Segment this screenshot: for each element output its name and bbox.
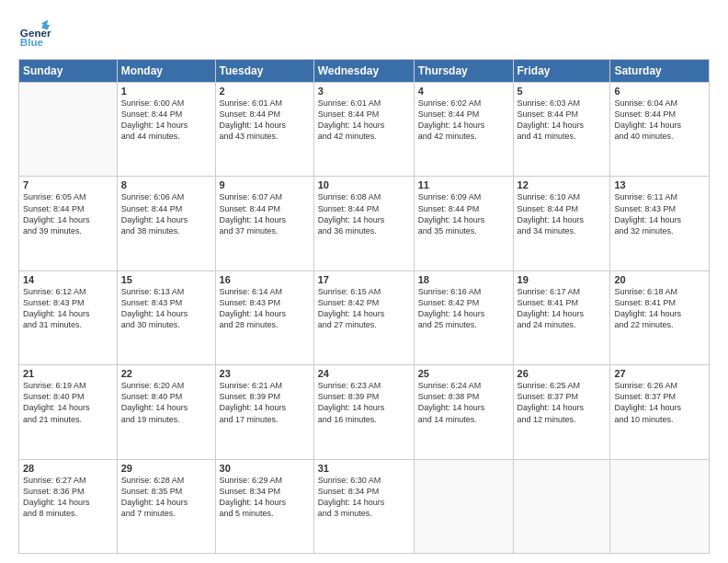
calendar-cell: 12Sunrise: 6:10 AM Sunset: 8:44 PM Dayli… xyxy=(513,177,610,270)
header: General Blue xyxy=(18,17,710,50)
day-info: Sunrise: 6:28 AM Sunset: 8:35 PM Dayligh… xyxy=(121,475,211,520)
calendar-cell: 5Sunrise: 6:03 AM Sunset: 8:44 PM Daylig… xyxy=(513,83,610,177)
calendar-week-3: 14Sunrise: 6:12 AM Sunset: 8:43 PM Dayli… xyxy=(19,270,710,364)
day-info: Sunrise: 6:01 AM Sunset: 8:44 PM Dayligh… xyxy=(318,98,410,143)
day-info: Sunrise: 6:14 AM Sunset: 8:43 PM Dayligh… xyxy=(220,286,310,331)
day-number: 31 xyxy=(318,463,410,474)
calendar-cell: 18Sunrise: 6:16 AM Sunset: 8:42 PM Dayli… xyxy=(414,270,513,364)
day-number: 8 xyxy=(121,179,211,190)
calendar-cell: 31Sunrise: 6:30 AM Sunset: 8:34 PM Dayli… xyxy=(313,459,414,553)
calendar-cell: 9Sunrise: 6:07 AM Sunset: 8:44 PM Daylig… xyxy=(215,177,313,270)
svg-text:Blue: Blue xyxy=(20,36,44,48)
calendar-week-4: 21Sunrise: 6:19 AM Sunset: 8:40 PM Dayli… xyxy=(19,365,710,459)
day-info: Sunrise: 6:10 AM Sunset: 8:44 PM Dayligh… xyxy=(518,191,607,236)
day-number: 2 xyxy=(220,86,310,97)
day-number: 13 xyxy=(614,179,705,190)
calendar-cell: 2Sunrise: 6:01 AM Sunset: 8:44 PM Daylig… xyxy=(215,83,313,177)
day-info: Sunrise: 6:09 AM Sunset: 8:44 PM Dayligh… xyxy=(418,191,509,236)
calendar-cell: 10Sunrise: 6:08 AM Sunset: 8:44 PM Dayli… xyxy=(313,177,414,270)
calendar-dow-sunday: Sunday xyxy=(19,60,118,83)
day-info: Sunrise: 6:12 AM Sunset: 8:43 PM Dayligh… xyxy=(23,286,113,331)
calendar-dow-saturday: Saturday xyxy=(610,60,710,83)
calendar-cell: 6Sunrise: 6:04 AM Sunset: 8:44 PM Daylig… xyxy=(610,83,710,177)
day-number: 12 xyxy=(518,179,607,190)
day-info: Sunrise: 6:15 AM Sunset: 8:42 PM Dayligh… xyxy=(318,286,410,331)
day-info: Sunrise: 6:11 AM Sunset: 8:43 PM Dayligh… xyxy=(614,191,705,236)
day-number: 14 xyxy=(23,274,113,285)
calendar-cell: 22Sunrise: 6:20 AM Sunset: 8:40 PM Dayli… xyxy=(117,365,215,459)
calendar-week-2: 7Sunrise: 6:05 AM Sunset: 8:44 PM Daylig… xyxy=(19,177,710,270)
day-number: 24 xyxy=(318,368,410,379)
calendar-dow-tuesday: Tuesday xyxy=(215,60,313,83)
day-number: 7 xyxy=(23,179,113,190)
calendar-cell: 7Sunrise: 6:05 AM Sunset: 8:44 PM Daylig… xyxy=(19,177,118,270)
day-number: 17 xyxy=(318,274,410,285)
calendar-cell: 25Sunrise: 6:24 AM Sunset: 8:38 PM Dayli… xyxy=(414,365,513,459)
day-info: Sunrise: 6:00 AM Sunset: 8:44 PM Dayligh… xyxy=(121,98,211,143)
calendar-cell: 11Sunrise: 6:09 AM Sunset: 8:44 PM Dayli… xyxy=(414,177,513,270)
day-number: 21 xyxy=(23,368,113,379)
day-info: Sunrise: 6:01 AM Sunset: 8:44 PM Dayligh… xyxy=(220,98,310,143)
calendar-cell xyxy=(610,459,710,553)
calendar-cell: 20Sunrise: 6:18 AM Sunset: 8:41 PM Dayli… xyxy=(610,270,710,364)
calendar-cell: 4Sunrise: 6:02 AM Sunset: 8:44 PM Daylig… xyxy=(414,83,513,177)
calendar-week-5: 28Sunrise: 6:27 AM Sunset: 8:36 PM Dayli… xyxy=(19,459,710,553)
logo: General Blue xyxy=(18,17,51,50)
day-info: Sunrise: 6:24 AM Sunset: 8:38 PM Dayligh… xyxy=(418,380,509,425)
day-info: Sunrise: 6:30 AM Sunset: 8:34 PM Dayligh… xyxy=(318,475,410,520)
day-number: 9 xyxy=(220,179,310,190)
day-number: 25 xyxy=(418,368,509,379)
calendar-week-1: 1Sunrise: 6:00 AM Sunset: 8:44 PM Daylig… xyxy=(19,83,710,177)
calendar-cell: 28Sunrise: 6:27 AM Sunset: 8:36 PM Dayli… xyxy=(19,459,118,553)
calendar-cell: 8Sunrise: 6:06 AM Sunset: 8:44 PM Daylig… xyxy=(117,177,215,270)
calendar-table: SundayMondayTuesdayWednesdayThursdayFrid… xyxy=(18,59,710,554)
day-info: Sunrise: 6:08 AM Sunset: 8:44 PM Dayligh… xyxy=(318,191,410,236)
day-number: 4 xyxy=(418,86,509,97)
day-number: 23 xyxy=(220,368,310,379)
calendar-cell: 14Sunrise: 6:12 AM Sunset: 8:43 PM Dayli… xyxy=(19,270,118,364)
calendar-cell: 16Sunrise: 6:14 AM Sunset: 8:43 PM Dayli… xyxy=(215,270,313,364)
calendar-cell: 24Sunrise: 6:23 AM Sunset: 8:39 PM Dayli… xyxy=(313,365,414,459)
day-info: Sunrise: 6:07 AM Sunset: 8:44 PM Dayligh… xyxy=(220,191,310,236)
calendar-cell: 15Sunrise: 6:13 AM Sunset: 8:43 PM Dayli… xyxy=(117,270,215,364)
calendar-cell: 23Sunrise: 6:21 AM Sunset: 8:39 PM Dayli… xyxy=(215,365,313,459)
day-info: Sunrise: 6:18 AM Sunset: 8:41 PM Dayligh… xyxy=(614,286,705,331)
day-number: 19 xyxy=(518,274,607,285)
day-number: 16 xyxy=(220,274,310,285)
day-number: 29 xyxy=(121,463,211,474)
calendar-dow-monday: Monday xyxy=(117,60,215,83)
logo-icon: General Blue xyxy=(18,17,51,50)
page: General Blue SundayMondayTuesdayWednesda… xyxy=(0,0,728,563)
day-info: Sunrise: 6:27 AM Sunset: 8:36 PM Dayligh… xyxy=(23,475,113,520)
day-info: Sunrise: 6:06 AM Sunset: 8:44 PM Dayligh… xyxy=(121,191,211,236)
day-info: Sunrise: 6:05 AM Sunset: 8:44 PM Dayligh… xyxy=(23,191,113,236)
day-number: 6 xyxy=(614,86,705,97)
calendar-cell xyxy=(513,459,610,553)
day-info: Sunrise: 6:16 AM Sunset: 8:42 PM Dayligh… xyxy=(418,286,509,331)
day-info: Sunrise: 6:02 AM Sunset: 8:44 PM Dayligh… xyxy=(418,98,509,143)
day-number: 1 xyxy=(121,86,211,97)
calendar-cell: 27Sunrise: 6:26 AM Sunset: 8:37 PM Dayli… xyxy=(610,365,710,459)
day-info: Sunrise: 6:29 AM Sunset: 8:34 PM Dayligh… xyxy=(220,475,310,520)
day-info: Sunrise: 6:21 AM Sunset: 8:39 PM Dayligh… xyxy=(220,380,310,425)
day-info: Sunrise: 6:25 AM Sunset: 8:37 PM Dayligh… xyxy=(518,380,607,425)
day-number: 3 xyxy=(318,86,410,97)
day-info: Sunrise: 6:03 AM Sunset: 8:44 PM Dayligh… xyxy=(518,98,607,143)
calendar-cell: 3Sunrise: 6:01 AM Sunset: 8:44 PM Daylig… xyxy=(313,83,414,177)
day-info: Sunrise: 6:17 AM Sunset: 8:41 PM Dayligh… xyxy=(518,286,607,331)
day-number: 18 xyxy=(418,274,509,285)
day-number: 26 xyxy=(518,368,607,379)
calendar-cell: 17Sunrise: 6:15 AM Sunset: 8:42 PM Dayli… xyxy=(313,270,414,364)
day-number: 20 xyxy=(614,274,705,285)
calendar-dow-friday: Friday xyxy=(513,60,610,83)
day-number: 11 xyxy=(418,179,509,190)
calendar-cell: 26Sunrise: 6:25 AM Sunset: 8:37 PM Dayli… xyxy=(513,365,610,459)
calendar-cell: 1Sunrise: 6:00 AM Sunset: 8:44 PM Daylig… xyxy=(117,83,215,177)
day-number: 10 xyxy=(318,179,410,190)
day-info: Sunrise: 6:23 AM Sunset: 8:39 PM Dayligh… xyxy=(318,380,410,425)
day-info: Sunrise: 6:26 AM Sunset: 8:37 PM Dayligh… xyxy=(614,380,705,425)
calendar-cell: 21Sunrise: 6:19 AM Sunset: 8:40 PM Dayli… xyxy=(19,365,118,459)
calendar-header-row: SundayMondayTuesdayWednesdayThursdayFrid… xyxy=(19,60,710,83)
calendar-cell: 13Sunrise: 6:11 AM Sunset: 8:43 PM Dayli… xyxy=(610,177,710,270)
day-number: 22 xyxy=(121,368,211,379)
